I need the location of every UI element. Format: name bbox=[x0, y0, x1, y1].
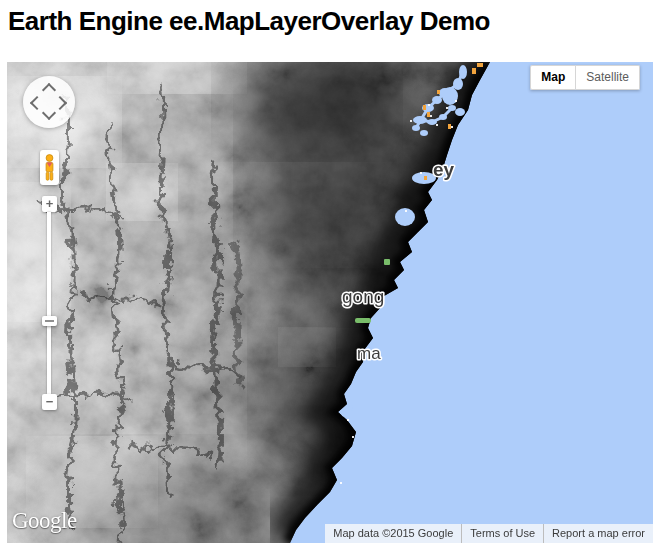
pegman-icon bbox=[43, 154, 56, 181]
chevron-right-icon bbox=[53, 96, 67, 110]
street-view-pegman-button[interactable] bbox=[40, 150, 59, 185]
map-label-kiama: ma bbox=[357, 344, 381, 363]
chevron-left-icon bbox=[30, 96, 44, 110]
map-label-sydney: ey bbox=[433, 159, 455, 180]
map-data-copyright: Map data ©2015 Google bbox=[325, 524, 461, 543]
zoom-slider-thumb[interactable] bbox=[42, 316, 57, 326]
map-type-satellite-button[interactable]: Satellite bbox=[576, 65, 640, 90]
page: Earth Engine ee.MapLayerOverlay Demo bbox=[0, 0, 653, 543]
pan-left-button[interactable] bbox=[28, 94, 44, 110]
map-type-map-button[interactable]: Map bbox=[530, 65, 576, 90]
pan-control bbox=[23, 76, 75, 128]
pan-right-button[interactable] bbox=[54, 94, 70, 110]
report-map-error-link[interactable]: Report a map error bbox=[543, 524, 653, 543]
google-logo[interactable]: Google bbox=[12, 508, 77, 534]
map-canvas[interactable]: ey gong ma + − bbox=[7, 62, 653, 543]
zoom-out-button[interactable]: − bbox=[42, 394, 57, 410]
map-label-wollongong: gong bbox=[342, 286, 384, 307]
map-type-control: Map Satellite bbox=[530, 65, 640, 90]
terms-of-use-link[interactable]: Terms of Use bbox=[461, 524, 543, 543]
zoom-slider-track[interactable] bbox=[47, 212, 51, 394]
zoom-in-button[interactable]: + bbox=[42, 196, 57, 212]
zoom-thumb-grip-icon bbox=[45, 320, 54, 322]
page-title: Earth Engine ee.MapLayerOverlay Demo bbox=[8, 6, 490, 37]
map-tiles: ey gong ma bbox=[7, 62, 653, 543]
attribution-bar: Map data ©2015 Google Terms of Use Repor… bbox=[325, 524, 653, 543]
